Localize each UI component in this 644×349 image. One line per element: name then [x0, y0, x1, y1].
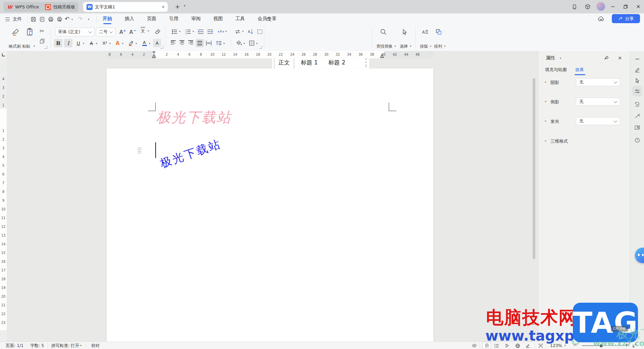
- threed-label[interactable]: 三维格式: [550, 138, 568, 144]
- magic-wand-icon[interactable]: [632, 111, 642, 121]
- copy-icon[interactable]: [38, 38, 46, 44]
- font-color-chevron-icon[interactable]: ▾: [149, 42, 150, 45]
- borders-icon[interactable]: [248, 39, 256, 47]
- reflection-label[interactable]: 倒影: [550, 99, 559, 105]
- find-replace-chevron-icon[interactable]: ▾: [394, 45, 396, 48]
- char-scale-chevron-icon[interactable]: ▾: [225, 30, 227, 33]
- find-replace-icon[interactable]: [379, 28, 388, 36]
- minimize-button[interactable]: [608, 3, 618, 11]
- style-more-icon[interactable]: ▾: [365, 64, 367, 68]
- menu-item-页面[interactable]: 页面: [145, 16, 158, 22]
- tab-fill-outline[interactable]: 填充与轮廓: [545, 67, 567, 73]
- print-icon[interactable]: [47, 16, 54, 22]
- borders-chevron-icon[interactable]: ▾: [256, 42, 258, 45]
- find-replace-label[interactable]: 查找替换: [376, 44, 392, 49]
- restore-button[interactable]: [621, 3, 631, 11]
- right-margin-marker[interactable]: [380, 57, 384, 58]
- select-tool-icon[interactable]: [632, 75, 642, 86]
- tab-document[interactable]: W 文字文稿1: [83, 2, 168, 12]
- pinyin-guide-icon[interactable]: wén 文: [139, 27, 147, 33]
- strikethrough-chevron-icon[interactable]: ▾: [96, 42, 97, 45]
- spellcheck-chevron-icon[interactable]: ▾: [80, 344, 82, 347]
- pinyin-chevron-icon[interactable]: ▾: [148, 30, 149, 33]
- char-scale-icon[interactable]: A: [217, 28, 225, 36]
- show-marks-icon[interactable]: [256, 28, 264, 36]
- bullet-list-icon[interactable]: [170, 28, 178, 36]
- strikethrough-button[interactable]: A: [87, 39, 96, 47]
- tab-list-chevron-icon[interactable]: ▾: [184, 4, 185, 7]
- tab-docer-template[interactable]: 找稿壳模板: [42, 2, 78, 12]
- quick-access-chevron-icon[interactable]: ▾: [88, 18, 89, 21]
- print-preview-icon[interactable]: [56, 16, 63, 22]
- underline-chevron-icon[interactable]: ▾: [83, 42, 84, 45]
- glow-select[interactable]: 无: [576, 117, 620, 125]
- increase-indent-icon[interactable]: [206, 28, 214, 36]
- file-menu[interactable]: 文件: [13, 16, 22, 22]
- share-button[interactable]: 分享: [612, 14, 640, 23]
- select-chevron-icon[interactable]: ▾: [410, 45, 411, 48]
- menu-item-引用[interactable]: 引用: [167, 16, 180, 22]
- gl​ow-expand-icon[interactable]: ▸: [545, 119, 547, 122]
- document-page[interactable]: 极光下载站 极光下载站: [107, 68, 433, 342]
- new-tab-button[interactable]: +: [173, 3, 182, 11]
- page-indicator[interactable]: 页面: 1/1: [6, 343, 23, 349]
- vertical-scrollbar[interactable]: ▴ ▾: [532, 58, 536, 342]
- hanging-indent-marker[interactable]: [152, 54, 156, 56]
- format-painter-icon[interactable]: [11, 28, 20, 37]
- line-spacing-icon[interactable]: [215, 39, 223, 47]
- spellcheck-status[interactable]: 拼写检查: 打开: [51, 343, 79, 349]
- user-avatar[interactable]: [596, 2, 605, 11]
- line-spacing-chevron-icon[interactable]: ▾: [223, 42, 225, 45]
- scrollbar-thumb[interactable]: [533, 78, 535, 259]
- decrease-font-icon[interactable]: A−: [128, 28, 138, 36]
- font-color-button[interactable]: A: [140, 39, 149, 47]
- undo-icon[interactable]: ↶: [65, 15, 69, 22]
- text-effect-button[interactable]: A: [113, 39, 122, 47]
- char-spacing-chevron-icon[interactable]: ▾: [242, 30, 244, 33]
- glow-label[interactable]: 发光: [550, 118, 559, 124]
- distribute-icon[interactable]: [205, 39, 213, 47]
- menu-item-开始[interactable]: 开始: [101, 16, 114, 22]
- underline-button[interactable]: U: [74, 39, 83, 47]
- material-tool-icon[interactable]: [632, 99, 642, 109]
- typeset-icon[interactable]: A: [420, 28, 430, 36]
- font-name-select[interactable]: 宋体 (正文): [55, 28, 95, 36]
- select-label[interactable]: 选择: [400, 44, 408, 49]
- panel-title[interactable]: 属性: [546, 55, 555, 61]
- close-button[interactable]: ✕: [633, 3, 643, 11]
- tab-wps-office[interactable]: W WPS Office: [3, 2, 42, 12]
- menu-item-视图[interactable]: 视图: [211, 16, 225, 22]
- pin-icon[interactable]: [603, 54, 610, 62]
- font-size-select[interactable]: 二号: [96, 28, 115, 36]
- arrange-label[interactable]: 排列: [434, 44, 442, 49]
- collapse-panel-icon[interactable]: [632, 54, 642, 64]
- text-effect-chevron-icon[interactable]: ▾: [122, 42, 123, 45]
- shadow-label[interactable]: 阴影: [550, 80, 559, 86]
- increase-font-icon[interactable]: A+: [118, 28, 127, 36]
- numbered-list-icon[interactable]: 123: [184, 28, 192, 36]
- horizontal-ruler[interactable]: 8642246810121416182022242628303234363840…: [107, 51, 433, 58]
- paste-label[interactable]: 粘贴: [22, 44, 30, 49]
- first-line-indent-marker[interactable]: [152, 51, 156, 54]
- shadow-expand-icon[interactable]: ▸: [545, 80, 547, 84]
- bold-button[interactable]: B: [54, 39, 62, 47]
- ruler-corner[interactable]: [0, 51, 7, 58]
- superscript-button[interactable]: X²: [101, 39, 109, 47]
- vertical-ruler[interactable]: 4321123456789101112131415161718192021222…: [0, 58, 7, 342]
- highlight-button[interactable]: [127, 39, 135, 47]
- justify-button[interactable]: [196, 39, 204, 47]
- italic-button[interactable]: I: [64, 39, 72, 47]
- eye-protect-icon[interactable]: [471, 343, 478, 349]
- format-painter-label[interactable]: 格式刷: [9, 44, 21, 49]
- clear-format-icon[interactable]: [153, 28, 162, 36]
- menu-item-插入[interactable]: 插入: [123, 16, 136, 22]
- style-scroll-down-icon[interactable]: ▾: [365, 61, 367, 64]
- align-right-icon[interactable]: [188, 40, 193, 45]
- tab-effects[interactable]: 效果: [575, 67, 584, 73]
- bullet-list-chevron-icon[interactable]: ▾: [179, 30, 180, 33]
- align-left-icon[interactable]: [171, 40, 176, 45]
- numbered-list-chevron-icon[interactable]: ▾: [193, 30, 194, 33]
- properties-tool-icon[interactable]: [632, 86, 642, 96]
- rotated-text[interactable]: 极光下载站: [158, 136, 223, 171]
- reflection-select[interactable]: 无: [576, 98, 620, 106]
